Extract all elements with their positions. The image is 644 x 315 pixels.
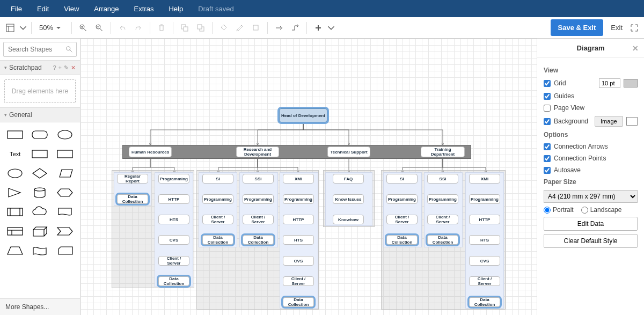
shape-parallelogram[interactable] (54, 165, 76, 181)
node[interactable]: FAQ (333, 174, 364, 184)
help-icon[interactable]: ? (53, 64, 56, 71)
shape-cylinder[interactable] (29, 185, 50, 201)
view-mode-button[interactable] (3, 21, 17, 35)
shape-ellipse2[interactable] (4, 165, 26, 181)
shape-roundrect[interactable] (29, 127, 50, 143)
node[interactable]: HTS (469, 235, 500, 245)
node-dept-tr[interactable]: Training Department (421, 146, 465, 157)
node[interactable]: SSI (243, 174, 274, 184)
connection-button[interactable] (272, 21, 286, 35)
grid-checkbox[interactable] (544, 80, 551, 87)
node-dept-hr[interactable]: Human Resources (129, 146, 172, 157)
clear-style-button[interactable]: Clear Default Style (544, 234, 638, 248)
edit-icon[interactable]: ✎ (64, 64, 69, 71)
shape-cloud[interactable] (29, 204, 50, 220)
portrait-radio[interactable] (544, 207, 551, 214)
shape-triangle[interactable] (4, 185, 26, 201)
node[interactable]: Programming (427, 194, 458, 204)
delete-button[interactable] (155, 21, 169, 35)
node[interactable]: Client / Server (386, 215, 418, 224)
node[interactable]: XMI (469, 174, 500, 184)
zoom-selector[interactable]: 50% (36, 24, 67, 32)
scratchpad-header[interactable]: Scratchpad ? + ✎ ✕ (0, 60, 80, 75)
shape-trapezoid[interactable] (4, 243, 26, 259)
shape-rect3[interactable] (54, 146, 76, 162)
node[interactable]: Data Collection (202, 235, 233, 245)
scratchpad-drop[interactable]: Drag elements here (4, 79, 76, 103)
line-color-button[interactable] (233, 21, 247, 35)
shape-internal[interactable] (4, 223, 26, 239)
save-exit-button[interactable]: Save & Exit (551, 19, 604, 36)
close-icon[interactable]: ✕ (71, 64, 76, 71)
dropdown-icon[interactable] (327, 21, 335, 35)
pageview-checkbox[interactable] (544, 105, 551, 112)
node[interactable]: Data Collection (158, 276, 189, 286)
to-back-button[interactable] (194, 21, 208, 35)
add-icon[interactable]: + (58, 64, 62, 71)
shape-ellipse[interactable] (54, 127, 76, 143)
shape-diamond[interactable] (29, 165, 50, 181)
grid-size-input[interactable] (599, 78, 620, 88)
bg-color[interactable] (626, 117, 638, 126)
canvas[interactable]: Head of Development Human Resources Rese… (80, 39, 537, 315)
conn-points-checkbox[interactable] (544, 155, 551, 162)
add-button[interactable] (311, 21, 325, 35)
node[interactable]: Knowhow (333, 215, 364, 224)
fill-color-button[interactable] (217, 21, 231, 35)
dept-bar[interactable] (122, 145, 471, 159)
node[interactable]: CVS (469, 256, 500, 266)
menu-arrange[interactable]: Arrange (87, 2, 125, 16)
menu-help[interactable]: Help (162, 2, 189, 16)
node[interactable]: Data Collection (117, 194, 148, 204)
shape-cube[interactable] (29, 223, 50, 239)
node[interactable]: Client / Server (469, 276, 500, 286)
guides-checkbox[interactable] (544, 93, 551, 100)
redo-button[interactable] (131, 21, 145, 35)
edit-data-button[interactable]: Edit Data (544, 217, 638, 231)
node-dept-rd[interactable]: Research and Development (236, 146, 279, 157)
shape-hexagon[interactable] (54, 185, 76, 201)
node[interactable]: CVS (158, 235, 189, 245)
more-shapes-button[interactable]: More Shapes... (0, 298, 80, 315)
shape-process[interactable] (4, 204, 26, 220)
node[interactable]: Know Issues (333, 194, 364, 204)
node[interactable]: SI (202, 174, 233, 184)
general-header[interactable]: General (0, 107, 80, 122)
node[interactable]: Data Collection (427, 235, 458, 245)
image-button[interactable]: Image (595, 116, 623, 127)
autosave-checkbox[interactable] (544, 167, 551, 174)
node[interactable]: SI (386, 174, 418, 184)
node-dept-ts[interactable]: Technical Support (327, 146, 370, 157)
exit-link[interactable]: Exit (605, 24, 628, 32)
node[interactable]: Regular Report (117, 174, 148, 184)
waypoint-button[interactable] (288, 21, 302, 35)
node[interactable]: Client / Server (427, 215, 458, 224)
node[interactable]: Client / Server (202, 215, 233, 224)
shape-tape[interactable] (29, 243, 50, 259)
node[interactable]: Programming (243, 194, 274, 204)
background-checkbox[interactable] (544, 118, 551, 125)
node[interactable]: Client / Server (243, 215, 274, 224)
node[interactable]: Data Collection (283, 297, 314, 307)
shape-rect[interactable] (4, 127, 26, 143)
to-front-button[interactable] (178, 21, 192, 35)
node[interactable]: Programming (469, 194, 500, 204)
shape-rect2[interactable] (29, 146, 50, 162)
node[interactable]: HTTP (283, 215, 314, 224)
shape-card[interactable] (54, 243, 76, 259)
node[interactable]: HTTP (158, 194, 189, 204)
landscape-radio[interactable] (581, 207, 588, 214)
zoom-in-button[interactable] (76, 21, 90, 35)
menu-file[interactable]: File (4, 2, 28, 16)
node[interactable]: HTTP (469, 215, 500, 224)
node[interactable]: SSI (427, 174, 458, 184)
node[interactable]: Programming (202, 194, 233, 204)
menu-extras[interactable]: Extras (128, 2, 160, 16)
zoom-out-button[interactable] (92, 21, 106, 35)
shape-text[interactable]: Text (4, 146, 26, 162)
node[interactable]: HTS (283, 235, 314, 245)
grid-color[interactable] (624, 79, 638, 87)
node-head[interactable]: Head of Development (279, 108, 327, 122)
paper-size-select[interactable]: A4 (210 mm x 297 mm) (544, 190, 638, 203)
dropdown-icon[interactable] (19, 21, 27, 35)
